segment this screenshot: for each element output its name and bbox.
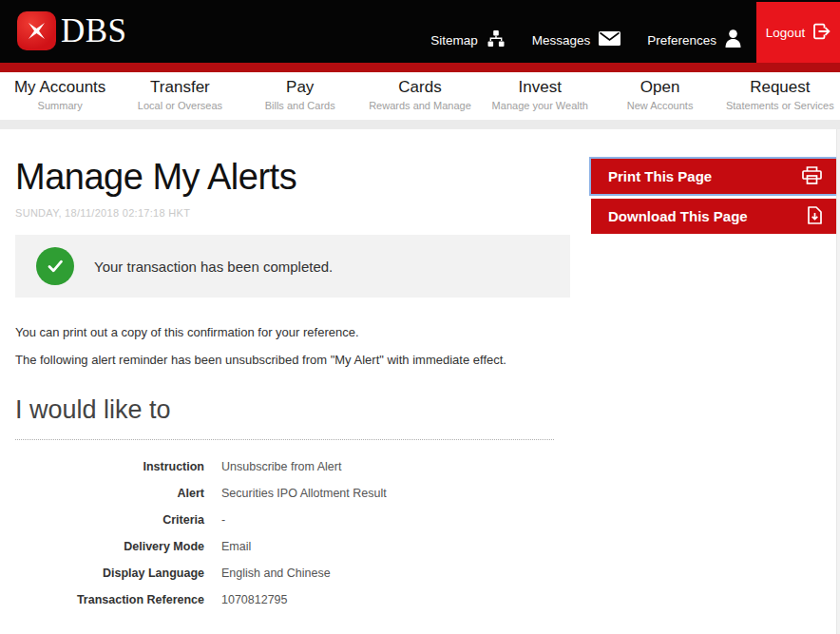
field-label: Criteria [15,513,204,527]
field-label: Alert [15,487,204,500]
nav-item-pay[interactable]: Pay Bills and Cards [240,72,360,120]
nav-title: Pay [240,78,360,97]
sitemap-icon [487,30,506,51]
dbs-logo-icon [17,11,56,50]
nav-item-open[interactable]: Open New Accounts [600,72,719,120]
utility-nav: Sitemap Messages Preferences [404,29,741,51]
logout-label: Logout [766,26,805,40]
printer-icon [802,166,822,187]
success-banner: Your transaction has been completed. [15,235,570,298]
nav-title: Invest [480,78,600,97]
field-value: Securities IPO Allotment Result [221,487,387,500]
field-value: Email [221,540,251,553]
logout-button[interactable]: Logout [756,2,840,63]
nav-subtitle: Summary [0,100,120,111]
sitemap-link[interactable]: Sitemap [430,30,506,51]
nav-item-invest[interactable]: Invest Manage your Wealth [480,72,600,120]
nav-subtitle: Local or Overseas [120,100,239,111]
preferences-link[interactable]: Preferences [647,29,741,51]
field-value: 1070812795 [221,593,288,606]
nav-item-request[interactable]: Request Statements or Services [720,72,840,120]
nav-item-my-accounts[interactable]: My Accounts Summary [0,72,120,120]
page-actions: Print This Page Download This Page [591,159,836,239]
nav-subtitle: Bills and Cards [240,100,360,111]
download-icon [808,206,822,227]
field-label: Instruction [15,460,204,473]
confirmation-details: Instruction Unsubscribe from Alert Alert… [15,460,825,606]
download-page-label: Download This Page [608,208,808,224]
dbs-logo[interactable]: DBS [17,11,127,50]
nav-item-cards[interactable]: Cards Rewards and Manage [360,72,480,120]
field-label: Display Language [15,567,204,580]
logout-icon [812,23,830,43]
field-row-alert: Alert Securities IPO Allotment Result [15,487,825,500]
field-row-delivery-mode: Delivery Mode Email [15,540,825,553]
field-value: English and Chinese [221,567,331,580]
download-page-button[interactable]: Download This Page [591,199,836,234]
dbs-logo-text: DBS [61,12,127,50]
field-label: Transaction Reference [15,593,204,606]
nav-subtitle: Rewards and Manage [360,100,480,111]
field-value: Unsubscribe from Alert [221,460,341,473]
nav-subtitle: Manage your Wealth [480,100,600,111]
field-row-instruction: Instruction Unsubscribe from Alert [15,460,825,473]
envelope-icon [599,31,620,49]
person-icon [725,29,741,51]
nav-title: Cards [360,78,480,97]
header-red-stripe [0,63,840,72]
field-row-criteria: Criteria - [15,513,825,527]
success-message: Your transaction has been completed. [94,259,333,275]
nav-title: Open [600,78,719,97]
main-nav: My Accounts Summary Transfer Local or Ov… [0,72,840,120]
messages-link[interactable]: Messages [532,31,621,49]
field-label: Delivery Mode [15,540,204,553]
nav-title: Request [720,78,840,97]
nav-separator-band [0,120,840,129]
sitemap-label: Sitemap [430,33,478,48]
top-header: DBS Sitemap Messages [0,0,840,63]
check-circle-icon [36,247,74,285]
section-title: I would like to [15,395,825,425]
unsubscribe-note: The following alert reminder has been un… [15,353,825,367]
print-page-button[interactable]: Print This Page [591,159,836,194]
section-divider [15,439,554,440]
print-page-label: Print This Page [608,168,802,184]
nav-title: My Accounts [0,78,120,97]
field-value: - [221,513,225,527]
preferences-label: Preferences [647,33,716,48]
nav-title: Transfer [120,78,239,97]
scrollbar[interactable] [836,129,840,634]
confirmation-note: You can print out a copy of this confirm… [15,325,825,339]
nav-subtitle: Statements or Services [720,100,840,111]
messages-label: Messages [532,33,591,48]
nav-subtitle: New Accounts [600,100,719,111]
field-row-display-language: Display Language English and Chinese [15,567,825,580]
field-row-transaction-reference: Transaction Reference 1070812795 [15,593,825,606]
nav-item-transfer[interactable]: Transfer Local or Overseas [120,72,239,120]
